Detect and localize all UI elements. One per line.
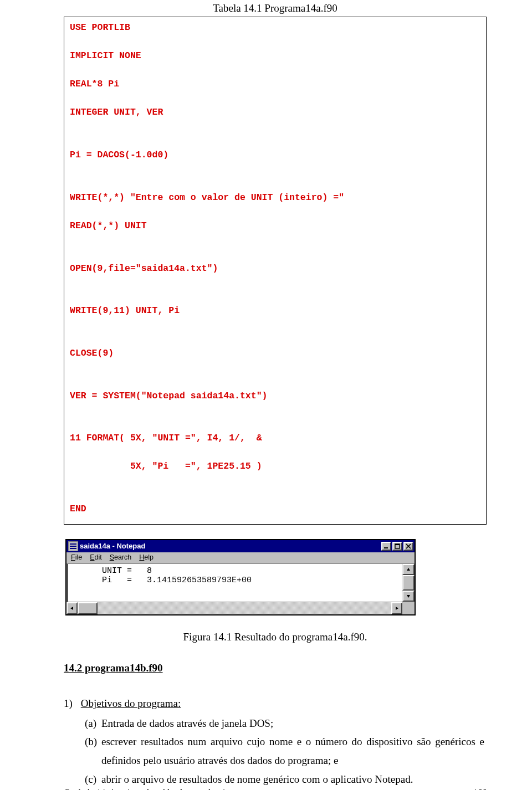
svg-rect-2 — [395, 544, 400, 545]
sub-c-text: abrir o arquivo de resultados de nome ge… — [101, 770, 484, 789]
resize-grip[interactable] — [402, 602, 415, 614]
close-button[interactable] — [403, 542, 413, 551]
triangle-left-icon — [70, 606, 74, 611]
numbered-list: 1) Objetivos do programa: (a)Entrada de … — [64, 694, 484, 790]
svg-marker-6 — [407, 595, 410, 598]
triangle-down-icon — [406, 594, 411, 598]
sub-a-label: (a) — [85, 714, 101, 733]
menubar: File Edit Search Help — [66, 552, 415, 563]
table-caption: Tabela 14.1 Programa14a.f90 — [64, 2, 487, 14]
scroll-left-button[interactable] — [66, 602, 78, 614]
sub-b-text: escrever resultados num arquivo cujo nom… — [101, 732, 484, 770]
minimize-button[interactable] — [381, 542, 391, 551]
svg-marker-7 — [70, 607, 73, 610]
svg-rect-0 — [384, 547, 388, 548]
notepad-window: saida14a - Notepad File Edit Search Help… — [65, 539, 416, 615]
notepad-text-area[interactable]: UNIT = 8 Pi = 3.141592653589793E+00 — [67, 564, 402, 602]
maximize-button[interactable] — [392, 542, 402, 551]
list-number-1: 1) — [64, 694, 78, 713]
menu-help[interactable]: Help — [139, 553, 154, 561]
triangle-up-icon — [406, 567, 411, 572]
titlebar: saida14a - Notepad — [66, 540, 415, 552]
menu-file[interactable]: File — [71, 553, 82, 561]
minimize-icon — [383, 543, 389, 549]
menu-edit[interactable]: Edit — [90, 553, 102, 561]
figure-caption: Figura 14.1 Resultado do programa14a.f90… — [64, 631, 487, 643]
scroll-thumb-horizontal[interactable] — [78, 602, 98, 614]
page-footer: Capítulo 14. Arquivos de saída, de entra… — [64, 788, 487, 790]
footer-page-number: 166 — [473, 788, 487, 790]
menu-search[interactable]: Search — [110, 553, 132, 561]
section-heading: 14.2 programa14b.f90 — [64, 662, 487, 674]
triangle-right-icon — [395, 606, 399, 611]
scroll-down-button[interactable] — [402, 591, 415, 602]
sub-c-label: (c) — [85, 770, 101, 789]
sub-a-text: Entrada de dados através de janela DOS; — [101, 714, 484, 733]
footer-chapter: Capítulo 14. Arquivos de saída, de entra… — [64, 788, 252, 790]
svg-marker-8 — [396, 607, 398, 610]
scroll-thumb-vertical[interactable] — [402, 575, 415, 591]
maximize-icon — [395, 543, 400, 549]
window-title: saida14a - Notepad — [80, 542, 381, 550]
svg-marker-5 — [407, 568, 410, 571]
objectives-label: Objetivos do programa: — [81, 697, 181, 709]
code-listing: USE PORTLIB IMPLICIT NONE REAL*8 Pi INTE… — [64, 17, 487, 525]
close-icon — [406, 543, 411, 549]
scroll-up-button[interactable] — [402, 564, 415, 575]
scroll-right-button[interactable] — [391, 602, 402, 614]
sub-b-label: (b) — [85, 732, 101, 770]
vertical-scrollbar[interactable] — [402, 564, 415, 602]
horizontal-scrollbar[interactable] — [66, 602, 402, 614]
notepad-icon — [69, 542, 78, 551]
